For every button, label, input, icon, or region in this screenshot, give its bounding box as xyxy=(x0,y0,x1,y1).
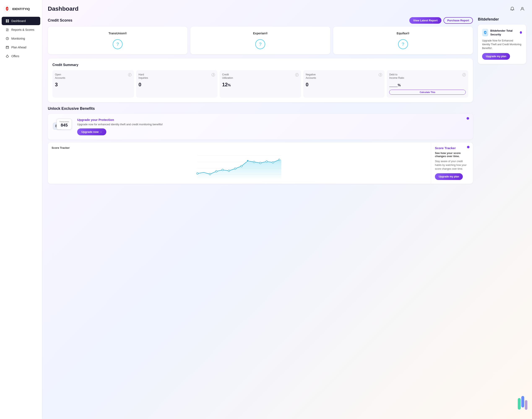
svg-point-25 xyxy=(247,160,249,162)
sidebar-item-reports-scores[interactable]: Reports & Scores xyxy=(2,26,40,34)
hard-inquiries-value: 0 xyxy=(139,82,215,88)
left-column: Credit Scores View Latest Report Purchas… xyxy=(48,17,473,188)
svg-point-28 xyxy=(266,161,268,162)
summary-items: OpenAccounts i 3 HardInquiries i 0 xyxy=(53,70,468,98)
sidebar-label-offers: Offers xyxy=(11,54,19,58)
bitdefender-section-title: Bitdefender xyxy=(478,17,526,22)
tracker-right-panel: Score Tracker See how your score changes… xyxy=(431,143,473,184)
benefits-section: Unlock Exclusive Benefits TransUnion 845… xyxy=(48,106,473,184)
sidebar-item-offers[interactable]: Offers xyxy=(2,52,40,60)
svg-rect-3 xyxy=(6,21,7,22)
svg-point-18 xyxy=(197,173,198,174)
equifax-card: Equifax® ? xyxy=(333,26,473,54)
svg-point-27 xyxy=(259,162,261,164)
transunion-card: TransUnion® ? xyxy=(48,26,188,54)
svg-rect-9 xyxy=(6,46,9,49)
tracker-desc: Stay aware of your credit habits by watc… xyxy=(435,159,469,171)
svg-point-30 xyxy=(278,159,280,161)
svg-rect-4 xyxy=(8,21,9,22)
hard-inquiries-info[interactable]: i xyxy=(212,73,215,77)
svg-point-23 xyxy=(234,168,236,170)
calculate-button[interactable]: Calculate This xyxy=(389,90,466,95)
unlock-title: Unlock Exclusive Benefits xyxy=(48,106,473,111)
svg-rect-1 xyxy=(6,19,7,21)
credit-utilization-value: 12% xyxy=(222,82,299,88)
svg-rect-31 xyxy=(518,398,521,410)
svg-point-26 xyxy=(253,161,255,163)
offers-icon xyxy=(5,54,9,58)
upgrade-protection-card: TransUnion 845 845 Upgrade your Protecti… xyxy=(48,114,473,140)
main-content: Dashboard Credit Scores xyxy=(42,0,532,419)
svg-point-21 xyxy=(222,169,224,171)
tracker-title: Score Tracker xyxy=(435,146,469,150)
notifications-button[interactable] xyxy=(508,5,516,13)
open-accounts-label: OpenAccounts xyxy=(55,73,65,80)
negative-accounts-label: NegativeAccounts xyxy=(306,73,316,80)
hard-inquiries-label: HardInquiries xyxy=(139,73,148,80)
open-accounts-info[interactable]: i xyxy=(128,73,132,77)
negative-accounts-value: 0 xyxy=(306,82,382,88)
score-cards-container: TransUnion® ? Experian® ? Equifax® ? xyxy=(48,26,473,54)
upgrade-card-desc: Upgrade now for enhanced identity theft … xyxy=(77,123,468,126)
svg-point-22 xyxy=(228,170,230,171)
chart-area: Score Tracker xyxy=(48,143,431,184)
experian-card: Experian® ? xyxy=(191,26,330,54)
negative-accounts-item: NegativeAccounts i 0 xyxy=(303,70,385,98)
sidebar-label-plan: Plan Ahead xyxy=(11,46,27,49)
credit-summary-title: Credit Summary xyxy=(53,63,468,67)
floater-graphic[interactable] xyxy=(517,396,528,411)
page-header: Dashboard xyxy=(48,5,526,13)
transunion-label: TransUnion® xyxy=(52,32,184,35)
svg-point-13 xyxy=(521,7,523,9)
bitdefender-logo xyxy=(482,29,488,36)
bitdefender-product-name: Bitdefender Total Security xyxy=(490,29,518,36)
page-title: Dashboard xyxy=(48,5,78,12)
account-button[interactable] xyxy=(518,5,526,13)
equifax-score-unknown: ? xyxy=(398,39,408,49)
bitdefender-card: Bitdefender Total Security Upgrade Now f… xyxy=(478,25,526,64)
hard-inquiries-item: HardInquiries i 0 xyxy=(136,70,218,98)
debt-income-info[interactable]: i xyxy=(462,73,466,77)
sidebar-label-dashboard: Dashboard xyxy=(11,19,26,23)
sidebar: IDENTITYIQ Dashboard xyxy=(0,0,42,419)
tracker-upgrade-button[interactable]: Upgrade my plan xyxy=(435,173,463,180)
experian-label: Experian® xyxy=(194,32,326,35)
logo: IDENTITYIQ xyxy=(0,3,42,16)
bitdefender-header: Bitdefender Total Security xyxy=(482,29,522,36)
monitoring-icon xyxy=(5,37,9,40)
sidebar-label-reports: Reports & Scores xyxy=(11,28,34,31)
experian-score-unknown: ? xyxy=(255,39,265,49)
bitdefender-description: Upgrade Now for Enhanced Identity Theft … xyxy=(482,39,522,50)
logo-text: IDENTITYIQ xyxy=(12,7,30,11)
sidebar-item-plan-ahead[interactable]: Plan Ahead xyxy=(2,43,40,52)
right-column: Bitdefender Bitdefender Total Security U… xyxy=(478,17,526,188)
transunion-score-unknown: ? xyxy=(113,39,123,49)
svg-rect-33 xyxy=(525,400,527,410)
sidebar-label-monitoring: Monitoring xyxy=(11,37,25,40)
sidebar-item-dashboard[interactable]: Dashboard xyxy=(2,17,40,25)
sidebar-item-monitoring[interactable]: Monitoring xyxy=(2,34,40,43)
credit-utilization-info[interactable]: i xyxy=(295,73,299,77)
negative-accounts-info[interactable]: i xyxy=(379,73,382,77)
sidebar-nav: Dashboard Reports & Scores xyxy=(0,16,42,61)
upgrade-now-button[interactable]: Upgrade now → xyxy=(77,129,106,135)
bitdefender-upgrade-button[interactable]: Upgrade my plan xyxy=(482,53,510,60)
view-latest-report-button[interactable]: View Latest Report xyxy=(409,17,441,24)
svg-rect-2 xyxy=(8,19,9,21)
bottom-floater xyxy=(517,396,528,411)
score-chart xyxy=(52,151,427,181)
score-card-illustration: TransUnion 845 845 xyxy=(53,119,73,134)
credit-summary-card: Credit Summary OpenAccounts i 3 HardInqu… xyxy=(48,58,473,102)
logo-icon xyxy=(4,5,11,12)
dashboard-icon xyxy=(5,19,9,23)
bitdefender-dot xyxy=(520,31,522,34)
upgrade-card-content: Upgrade your Protection Upgrade now for … xyxy=(77,118,468,135)
header-actions xyxy=(508,5,526,13)
tracker-desc-bold: See how your score changes over time. xyxy=(435,151,469,158)
upgrade-card-title: Upgrade your Protection xyxy=(77,118,468,121)
purchase-report-button[interactable]: Purchase Report xyxy=(444,17,473,24)
credit-scores-header: Credit Scores View Latest Report Purchas… xyxy=(48,17,473,24)
credit-utilization-item: CreditUtilization i 12% xyxy=(219,70,301,98)
mock-card-front: TransUnion 845 xyxy=(57,119,72,130)
svg-point-29 xyxy=(272,161,274,163)
